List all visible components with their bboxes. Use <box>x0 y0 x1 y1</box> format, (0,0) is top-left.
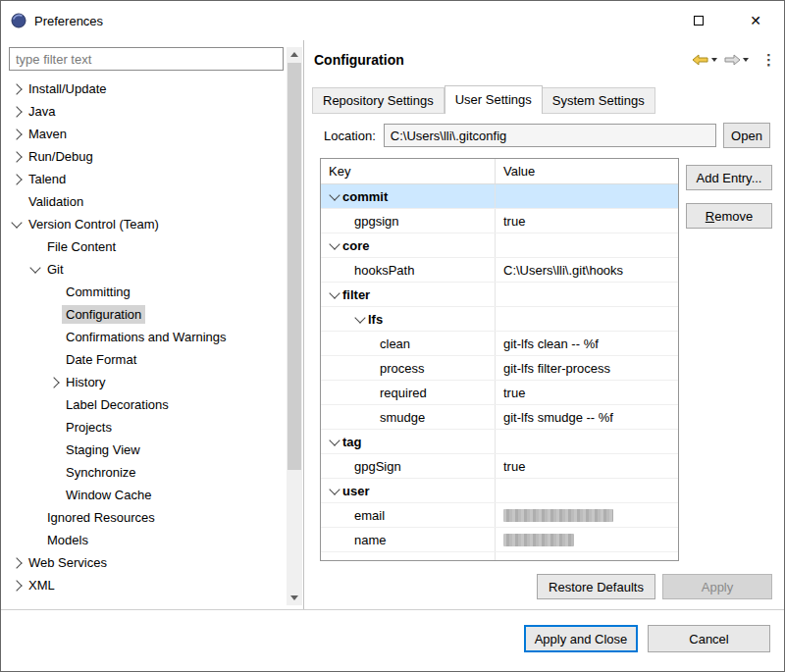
collapse-arrow-icon[interactable] <box>327 489 342 493</box>
tree-item-java[interactable]: Java <box>1 100 286 123</box>
tab-user-settings[interactable]: User Settings <box>445 85 543 114</box>
close-button[interactable]: ✕ <box>727 1 784 40</box>
expand-arrow-icon[interactable] <box>9 85 25 93</box>
tree-item-talend[interactable]: Talend <box>1 168 286 190</box>
tree-item-install-update[interactable]: Install/Update <box>1 78 286 100</box>
tree-item-synchronize[interactable]: Synchronize <box>1 461 286 484</box>
tree-item-maven[interactable]: Maven <box>1 123 286 145</box>
config-row-tag[interactable]: tag <box>321 430 678 454</box>
apply-and-close-button[interactable]: Apply and Close <box>524 625 638 652</box>
config-key-cell[interactable]: user <box>321 479 496 502</box>
config-value-cell[interactable] <box>496 283 678 306</box>
tree-item-label-decorations[interactable]: Label Decorations <box>1 393 286 416</box>
column-header-key[interactable]: Key <box>321 159 496 183</box>
config-row-email[interactable]: email <box>321 503 678 528</box>
scrollbar-up-arrow[interactable] <box>287 47 302 62</box>
tree-item-git[interactable]: Git <box>1 258 286 281</box>
location-field[interactable]: C:\Users\lli\.gitconfig <box>384 124 716 147</box>
tree-item-version-control-team[interactable]: Version Control (Team) <box>1 213 286 235</box>
config-key-cell[interactable]: gpgSign <box>321 454 496 478</box>
tree-item-window-cache[interactable]: Window Cache <box>1 484 286 506</box>
config-value-cell[interactable]: git-lfs clean -- %f <box>496 332 678 355</box>
expand-arrow-icon[interactable] <box>9 559 25 567</box>
config-key-cell[interactable]: email <box>321 503 496 527</box>
open-button[interactable]: Open <box>723 123 770 148</box>
sidebar-scrollbar[interactable] <box>287 47 302 605</box>
config-value-cell[interactable] <box>496 528 678 551</box>
expand-arrow-icon[interactable] <box>9 153 25 161</box>
config-key-cell[interactable]: commit <box>321 184 496 208</box>
config-row-core[interactable]: core <box>321 233 678 258</box>
config-row-gpgsign[interactable]: gpgSigntrue <box>321 454 678 479</box>
config-value-cell[interactable]: git-lfs filter-process <box>496 356 678 380</box>
config-row-clean[interactable]: cleangit-lfs clean -- %f <box>321 332 678 356</box>
config-value-cell[interactable]: true <box>496 454 678 478</box>
config-value-cell[interactable] <box>496 233 678 257</box>
config-key-cell[interactable]: gpgsign <box>321 209 496 233</box>
tree-item-projects[interactable]: Projects <box>1 416 286 439</box>
config-row-required[interactable]: requiredtrue <box>321 381 678 405</box>
config-row-smudge[interactable]: smudgegit-lfs smudge -- %f <box>321 405 678 430</box>
config-key-cell[interactable]: hooksPath <box>321 258 496 282</box>
config-value-cell[interactable]: true <box>496 381 678 404</box>
tree-item-run-debug[interactable]: Run/Debug <box>1 145 286 168</box>
scrollbar-thumb[interactable] <box>288 63 301 470</box>
column-header-value[interactable]: Value <box>496 159 678 183</box>
forward-button[interactable] <box>722 53 742 67</box>
tree-item-configuration[interactable]: Configuration <box>1 303 286 326</box>
config-key-cell[interactable]: clean <box>321 332 496 355</box>
config-row-commit[interactable]: commit <box>321 184 678 209</box>
apply-button[interactable]: Apply <box>662 574 772 599</box>
tree-item-xml[interactable]: XML <box>1 574 286 596</box>
tree-item-validation[interactable]: Validation <box>1 190 286 213</box>
config-row-process[interactable]: processgit-lfs filter-process <box>321 356 678 381</box>
collapse-arrow-icon[interactable] <box>327 243 342 248</box>
maximize-button[interactable] <box>670 1 727 40</box>
collapse-arrow-icon[interactable] <box>27 267 43 272</box>
config-value-cell[interactable] <box>496 307 678 331</box>
tree-item-ignored-resources[interactable]: Ignored Resources <box>1 506 286 529</box>
back-button[interactable] <box>691 53 710 67</box>
tab-system-settings[interactable]: System Settings <box>543 87 655 114</box>
tree-item-date-format[interactable]: Date Format <box>1 348 286 371</box>
config-value-cell[interactable] <box>496 479 678 502</box>
config-value-cell[interactable] <box>496 430 678 453</box>
tree-item-staging-view[interactable]: Staging View <box>1 439 286 461</box>
remove-button[interactable]: Remove <box>686 203 772 229</box>
config-key-cell[interactable]: signingkey <box>321 552 496 561</box>
config-value-cell[interactable] <box>496 503 678 527</box>
forward-dropdown-icon[interactable] <box>743 58 749 62</box>
config-key-cell[interactable]: lfs <box>321 307 496 331</box>
scrollbar-down-arrow[interactable] <box>287 591 302 605</box>
config-key-cell[interactable]: process <box>321 356 496 380</box>
config-key-cell[interactable]: name <box>321 528 496 551</box>
config-row-filter[interactable]: filter <box>321 283 678 307</box>
config-row-lfs[interactable]: lfs <box>321 307 678 332</box>
collapse-arrow-icon[interactable] <box>327 439 342 444</box>
tab-repository-settings[interactable]: Repository Settings <box>312 87 445 114</box>
config-value-cell[interactable]: C39F0D79BD1A40E5 <box>496 552 678 561</box>
expand-arrow-icon[interactable] <box>9 108 25 116</box>
expand-arrow-icon[interactable] <box>9 176 25 183</box>
restore-defaults-button[interactable]: Restore Defaults <box>537 574 655 599</box>
tree-item-committing[interactable]: Committing <box>1 281 286 303</box>
back-dropdown-icon[interactable] <box>711 58 717 62</box>
config-value-cell[interactable]: true <box>496 209 678 233</box>
collapse-arrow-icon[interactable] <box>352 317 368 322</box>
config-key-cell[interactable]: core <box>321 233 496 257</box>
collapse-arrow-icon[interactable] <box>327 292 342 297</box>
expand-arrow-icon[interactable] <box>46 379 62 387</box>
collapse-arrow-icon[interactable] <box>9 222 25 227</box>
config-value-cell[interactable] <box>496 184 678 208</box>
config-row-gpgsign[interactable]: gpgsigntrue <box>321 209 678 233</box>
config-key-cell[interactable]: filter <box>321 283 496 306</box>
config-key-cell[interactable]: smudge <box>321 405 496 429</box>
filter-input[interactable] <box>9 47 284 71</box>
config-row-user[interactable]: user <box>321 479 678 503</box>
add-entry-button[interactable]: Add Entry... <box>686 165 772 190</box>
config-value-cell[interactable]: C:\Users\lli\.git\hooks <box>496 258 678 282</box>
config-key-cell[interactable]: required <box>321 381 496 404</box>
cancel-button[interactable]: Cancel <box>648 625 770 652</box>
config-row-name[interactable]: name <box>321 528 678 552</box>
tree-item-file-content[interactable]: File Content <box>1 235 286 258</box>
